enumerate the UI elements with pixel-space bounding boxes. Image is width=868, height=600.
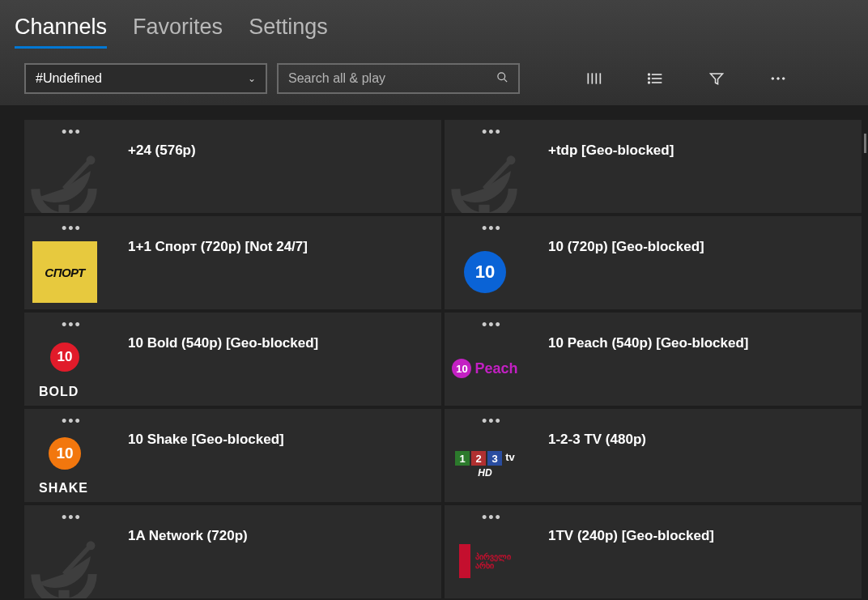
channel-logo-sport: СПОРТ (32, 241, 97, 303)
channel-card[interactable]: ••• 10 BOLD 10 Bold (540p) [Geo-blocked] (24, 313, 441, 406)
channel-title: 10 Peach (540p) [Geo-blocked] (548, 335, 853, 351)
svg-point-8 (649, 78, 650, 79)
view-list-button[interactable] (635, 64, 675, 93)
channel-title: 10 Shake [Geo-blocked] (128, 432, 433, 448)
card-more-icon[interactable]: ••• (62, 224, 82, 232)
card-more-icon[interactable]: ••• (482, 224, 502, 232)
card-more-icon[interactable]: ••• (62, 417, 82, 425)
card-more-icon[interactable]: ••• (482, 513, 502, 521)
view-columns-button[interactable] (573, 64, 614, 93)
svg-point-14 (777, 78, 780, 80)
svg-marker-12 (711, 74, 723, 84)
tab-favorites[interactable]: Favorites (133, 15, 223, 46)
channel-thumb: 10 SHAKE (24, 428, 105, 502)
toolbar: #Undefined ⌄ (0, 49, 868, 94)
channel-card[interactable]: ••• პირველიარხი 1TV (240p) [Geo-blocked] (445, 505, 862, 598)
channel-title: 1+1 Спорт (720p) [Not 24/7] (128, 239, 433, 255)
search-box[interactable] (277, 63, 520, 94)
channel-thumb: 123tv HD (445, 428, 525, 502)
channel-card[interactable]: ••• 1A Network (720p) (24, 505, 441, 598)
channel-thumb (24, 524, 105, 598)
channel-card[interactable]: ••• +tdp [Geo-blocked] (445, 120, 862, 213)
channel-title: 10 Bold (540p) [Geo-blocked] (128, 335, 433, 351)
channel-card[interactable]: ••• 10 SHAKE 10 Shake [Geo-blocked] (24, 409, 441, 502)
channel-title: +tdp [Geo-blocked] (548, 143, 853, 159)
channel-logo-1tv: პირველიარხი (459, 544, 511, 578)
channel-card[interactable]: ••• +24 (576p) (24, 120, 441, 213)
nav-tabs: Channels Favorites Settings (0, 0, 868, 49)
channel-title: 1-2-3 TV (480p) (548, 432, 853, 448)
svg-point-6 (649, 74, 650, 75)
svg-line-1 (504, 79, 507, 82)
channel-card[interactable]: ••• 10 10 (720p) [Geo-blocked] (445, 216, 862, 309)
card-more-icon[interactable]: ••• (482, 321, 502, 329)
more-button[interactable] (758, 64, 798, 93)
channel-thumb: 10Peach (445, 331, 525, 406)
search-icon[interactable] (496, 71, 508, 86)
filter-button[interactable] (696, 64, 737, 93)
channel-logo-10: 10 (464, 251, 506, 293)
channel-thumb (445, 138, 525, 213)
category-dropdown-value: #Undefined (36, 71, 102, 86)
channel-card[interactable]: ••• 123tv HD 1-2-3 TV (480p) (445, 409, 862, 502)
channel-logo-peach: 10Peach (452, 359, 517, 378)
category-dropdown[interactable]: #Undefined ⌄ (24, 63, 267, 94)
search-input[interactable] (288, 71, 496, 86)
channel-thumb: პირველიარხი (445, 524, 525, 598)
channel-logo-123tv: 123tv HD (455, 451, 515, 479)
scrollbar-thumb[interactable] (864, 134, 866, 153)
channel-thumb: 10 (445, 235, 525, 309)
tab-channels[interactable]: Channels (15, 15, 107, 49)
chevron-down-icon: ⌄ (248, 73, 256, 84)
channel-thumb (24, 138, 105, 213)
svg-point-15 (782, 78, 785, 80)
svg-point-0 (498, 73, 505, 80)
svg-point-13 (772, 78, 774, 80)
svg-point-10 (649, 82, 650, 83)
card-more-icon[interactable]: ••• (482, 417, 502, 425)
channel-card[interactable]: ••• 10Peach 10 Peach (540p) [Geo-blocked… (445, 313, 862, 406)
tab-settings[interactable]: Settings (249, 15, 328, 46)
channel-title: +24 (576p) (128, 143, 433, 159)
channel-title: 1A Network (720p) (128, 528, 433, 544)
channel-thumb: 10 BOLD (24, 331, 105, 406)
channel-card[interactable]: ••• СПОРТ 1+1 Спорт (720p) [Not 24/7] (24, 216, 441, 309)
channel-thumb: СПОРТ (24, 235, 105, 309)
card-more-icon[interactable]: ••• (62, 321, 82, 329)
channel-grid: ••• +24 (576p) ••• +tdp [Geo-blocked] ••… (0, 105, 868, 600)
channel-title: 10 (720p) [Geo-blocked] (548, 239, 853, 255)
channel-title: 1TV (240p) [Geo-blocked] (548, 528, 853, 544)
